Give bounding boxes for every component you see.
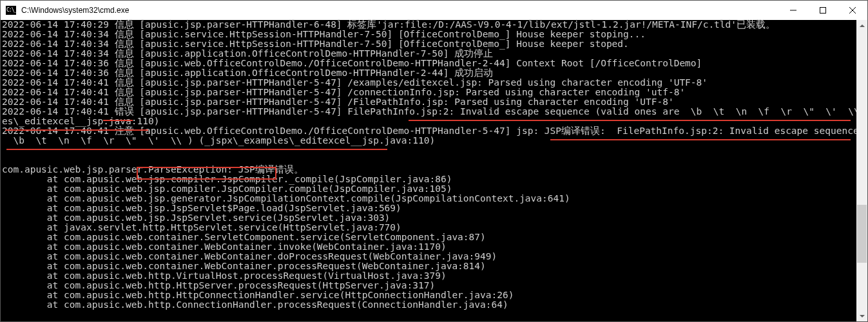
- scroll-up-button[interactable]: [856, 20, 867, 31]
- console-line: 2022-06-14 17:40:36 信息 [apusic.applicati…: [2, 68, 866, 78]
- maximize-button[interactable]: [808, 1, 838, 20]
- console-line: 2022-06-14 17:40:41 信息 [apusic.jsp.parse…: [2, 97, 866, 107]
- console-line: com.apusic.web.jsp.parser.ParseException…: [2, 165, 866, 175]
- console-line: at com.apusic.web.container.ServletCompo…: [2, 232, 866, 242]
- minimize-icon: [790, 7, 796, 14]
- console-line: 2022-06-14 17:40:34 信息 [apusic.service.H…: [2, 30, 866, 39]
- scrollbar-thumb[interactable]: [857, 205, 867, 263]
- console-line: at com.apusic.web.jsp.compiler.JspCompil…: [2, 175, 866, 184]
- vertical-scrollbar[interactable]: [856, 20, 867, 321]
- scrollbar-track[interactable]: [856, 31, 867, 310]
- console-text-block: 2022-06-14 17:40:29 信息 [apusic.jsp.parse…: [1, 20, 867, 310]
- close-icon: [849, 7, 856, 14]
- console-line: 2022-06-14 17:40:34 信息 [apusic.applicati…: [2, 49, 866, 59]
- scroll-down-button[interactable]: [856, 310, 867, 321]
- console-line: at com.apusic.web.http.HttpConnectionHan…: [2, 290, 866, 300]
- console-line: at com.apusic.web.http.HttpServer.proces…: [2, 281, 866, 290]
- console-line: 2022-06-14 17:40:36 信息 [apusic.web.Offic…: [2, 59, 866, 68]
- cmd-icon: [6, 6, 16, 15]
- chevron-down-icon: [860, 314, 865, 319]
- titlebar[interactable]: C:\Windows\system32\cmd.exe: [1, 1, 867, 21]
- console-line: at com.apusic.web.jsp.generator.JspCompi…: [2, 194, 866, 204]
- console-line: at com.apusic.web.jsp.JspServlet$Page.lo…: [2, 204, 866, 213]
- chevron-up-icon: [860, 23, 865, 28]
- console-line: 2022-06-14 17:40:41 信息 [apusic.jsp.parse…: [2, 88, 866, 97]
- console-line: 2022-06-14 17:40:29 信息 [apusic.jsp.parse…: [2, 20, 866, 30]
- console-line: at com.apusic.web.http.ConnectionHandler…: [2, 300, 866, 310]
- console-line: at com.apusic.web.jsp.JspServlet.service…: [2, 213, 866, 223]
- console-line: at com.apusic.web.container.WebContainer…: [2, 242, 866, 252]
- maximize-icon: [820, 7, 826, 14]
- console-line: 2022-06-14 17:40:34 信息 [apusic.service.H…: [2, 39, 866, 49]
- console-line: at com.apusic.web.container.WebContainer…: [2, 252, 866, 261]
- console-line: 2022-06-14 17:40:41 错误 [apusic.jsp.parse…: [2, 107, 866, 117]
- window-title: C:\Windows\system32\cmd.exe: [21, 6, 129, 15]
- console-line: 2022-06-14 17:40:41 注意 [apusic.web.Offic…: [2, 126, 866, 136]
- console-line: 2022-06-14 17:40:41 信息 [apusic.jsp.parse…: [2, 78, 866, 88]
- svg-marker-5: [860, 315, 865, 317]
- console-line: at com.apusic.web.jsp.compiler.JspCompil…: [2, 184, 866, 194]
- console-line: [2, 155, 866, 165]
- svg-marker-4: [860, 24, 865, 27]
- svg-rect-1: [820, 8, 826, 14]
- cmd-window: C:\Windows\system32\cmd.exe 2022-06-14 1…: [0, 0, 868, 322]
- console-line: at javax.servlet.http.HttpServlet.servic…: [2, 223, 866, 232]
- console-line: \b \t \n \f \r \" \' \\ ) (_jspx\_exampl…: [2, 136, 866, 146]
- console-line: [2, 146, 866, 155]
- minimize-button[interactable]: [778, 1, 808, 20]
- close-button[interactable]: [838, 1, 867, 20]
- console-area[interactable]: 2022-06-14 17:40:29 信息 [apusic.jsp.parse…: [1, 20, 867, 321]
- console-line: at com.apusic.web.container.WebContainer…: [2, 261, 866, 271]
- console-line: at com.apusic.web.http.VirtualHost.proce…: [2, 271, 866, 281]
- console-line: es\_editexcel__jsp.java:110): [2, 117, 866, 126]
